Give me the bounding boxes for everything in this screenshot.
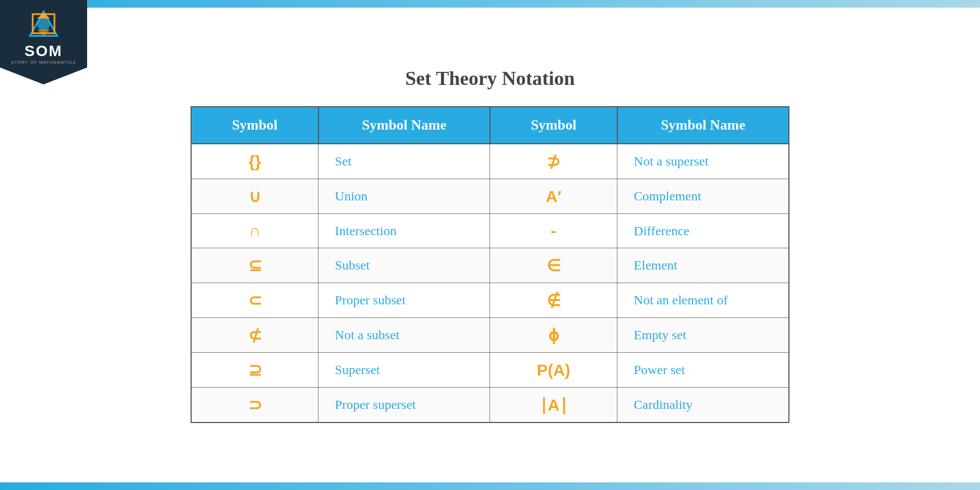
logo-area: SOM STORY OF MATHEMATICS: [0, 0, 87, 84]
symbol-cell-right: ⊅: [490, 144, 617, 179]
logo-icon: [27, 9, 60, 41]
symbol-cell-right: ϕ: [490, 318, 617, 353]
symbol-cell-left: ⊄: [191, 318, 318, 353]
symbol-cell-left: ∪: [191, 179, 318, 214]
top-stripe: [0, 0, 980, 8]
svg-point-2: [37, 17, 50, 30]
name-cell-right: Complement: [617, 179, 789, 214]
name-cell-left: Proper subset: [318, 283, 490, 318]
page-title: Set Theory Notation: [405, 67, 574, 90]
symbol-cell-right: P(A): [490, 353, 617, 388]
symbol-cell-left: ⊇: [191, 353, 318, 388]
name-cell-left: Subset: [318, 248, 490, 283]
table-row: ⊄Not a subsetϕEmpty set: [191, 318, 789, 353]
name-cell-left: Set: [318, 144, 490, 179]
set-theory-table: Symbol Symbol Name Symbol Symbol Name {}…: [191, 106, 789, 423]
col-header-symbol1: Symbol: [191, 107, 318, 144]
symbol-cell-right: ∈: [490, 248, 617, 283]
main-content: Set Theory Notation Symbol Symbol Name S…: [0, 8, 980, 482]
table-header-row: Symbol Symbol Name Symbol Symbol Name: [191, 107, 789, 144]
name-cell-right: Difference: [617, 214, 789, 248]
symbol-cell-left: ∩: [191, 214, 318, 248]
table-row: ⊂Proper subset∉Not an element of: [191, 283, 789, 318]
name-cell-right: Empty set: [617, 318, 789, 353]
symbol-cell-right: A′: [490, 179, 617, 214]
col-header-name1: Symbol Name: [318, 107, 490, 144]
col-header-symbol2: Symbol: [490, 107, 617, 144]
table-row: {}Set⊅Not a superset: [191, 144, 789, 179]
symbol-cell-left: ⊆: [191, 248, 318, 283]
symbol-cell-left: ⊃: [191, 388, 318, 423]
name-cell-left: Union: [318, 179, 490, 214]
table-row: ⊃Proper superset∣A∣Cardinality: [191, 388, 789, 423]
symbol-cell-right: ∣A∣: [490, 388, 617, 423]
name-cell-right: Not an element of: [617, 283, 789, 318]
name-cell-right: Power set: [617, 353, 789, 388]
name-cell-left: Superset: [318, 353, 490, 388]
bottom-stripe: [0, 482, 980, 490]
logo-subtext: STORY OF MATHEMATICS: [11, 60, 76, 65]
symbol-cell-left: ⊂: [191, 283, 318, 318]
table-row: ∩Intersection-Difference: [191, 214, 789, 248]
name-cell-right: Element: [617, 248, 789, 283]
symbol-cell-right: -: [490, 214, 617, 248]
logo-brand: SOM: [24, 44, 63, 59]
name-cell-right: Not a superset: [617, 144, 789, 179]
name-cell-left: Not a subset: [318, 318, 490, 353]
name-cell-left: Intersection: [318, 214, 490, 248]
col-header-name2: Symbol Name: [617, 107, 789, 144]
name-cell-left: Proper superset: [318, 388, 490, 423]
name-cell-right: Cardinality: [617, 388, 789, 423]
symbol-cell-left: {}: [191, 144, 318, 179]
table-row: ∪UnionA′Complement: [191, 179, 789, 214]
symbol-cell-right: ∉: [490, 283, 617, 318]
table-row: ⊇SupersetP(A)Power set: [191, 353, 789, 388]
table-row: ⊆Subset∈Element: [191, 248, 789, 283]
